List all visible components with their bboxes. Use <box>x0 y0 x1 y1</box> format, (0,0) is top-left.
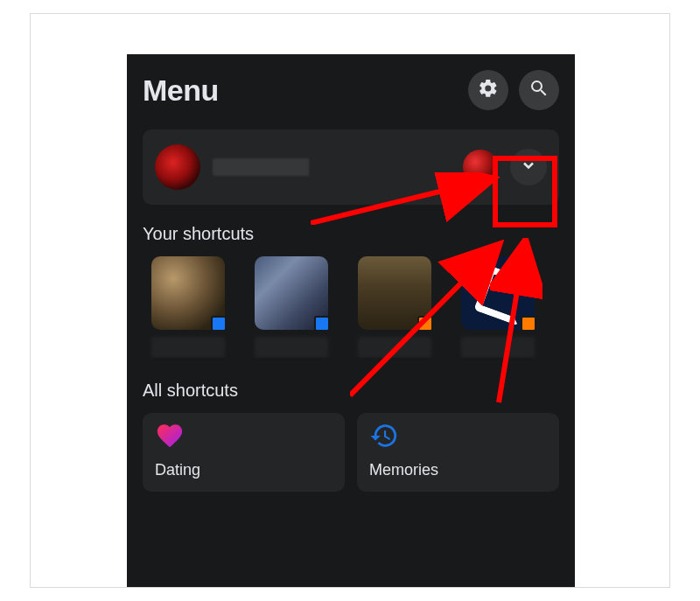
tile-dating[interactable]: Dating <box>143 413 345 492</box>
avatar <box>155 144 200 190</box>
shortcut-item[interactable] <box>556 256 559 358</box>
secondary-avatar <box>463 150 498 185</box>
all-shortcuts-heading: All shortcuts <box>143 381 559 401</box>
page-title: Menu <box>143 73 219 108</box>
shortcut-label-redacted <box>461 337 535 358</box>
profile-card[interactable] <box>143 129 559 205</box>
shortcut-item[interactable] <box>349 256 440 358</box>
shortcut-label-redacted <box>151 337 225 358</box>
shortcut-item[interactable] <box>452 256 543 358</box>
outer-frame: Menu <box>30 13 670 588</box>
tile-memories[interactable]: Memories <box>357 413 559 492</box>
chevron-down-icon <box>520 157 537 178</box>
profile-name-redacted <box>213 158 451 176</box>
shortcut-thumb <box>358 256 431 330</box>
tile-label: Dating <box>155 461 332 479</box>
tile-label: Memories <box>369 461 547 479</box>
shortcut-thumb <box>255 256 328 330</box>
header: Menu <box>143 70 559 110</box>
shortcut-thumb <box>151 256 225 330</box>
search-icon <box>528 78 550 102</box>
header-actions <box>468 70 559 110</box>
app-screen: Menu <box>127 54 575 588</box>
shortcut-label-redacted <box>255 337 328 358</box>
search-button[interactable] <box>519 70 559 110</box>
all-shortcuts-grid: Dating Memories <box>143 413 559 492</box>
profile-chevron-button[interactable] <box>510 149 547 185</box>
shortcuts-row <box>143 256 559 358</box>
your-shortcuts-heading: Your shortcuts <box>143 224 559 244</box>
shortcut-item[interactable] <box>246 256 337 358</box>
shortcut-item[interactable] <box>143 256 234 358</box>
shortcut-thumb <box>461 256 535 330</box>
gear-icon <box>478 78 499 102</box>
shortcut-label-redacted <box>358 337 431 358</box>
settings-button[interactable] <box>468 70 508 110</box>
clock-rewind-icon <box>369 421 547 454</box>
heart-icon <box>155 421 332 454</box>
